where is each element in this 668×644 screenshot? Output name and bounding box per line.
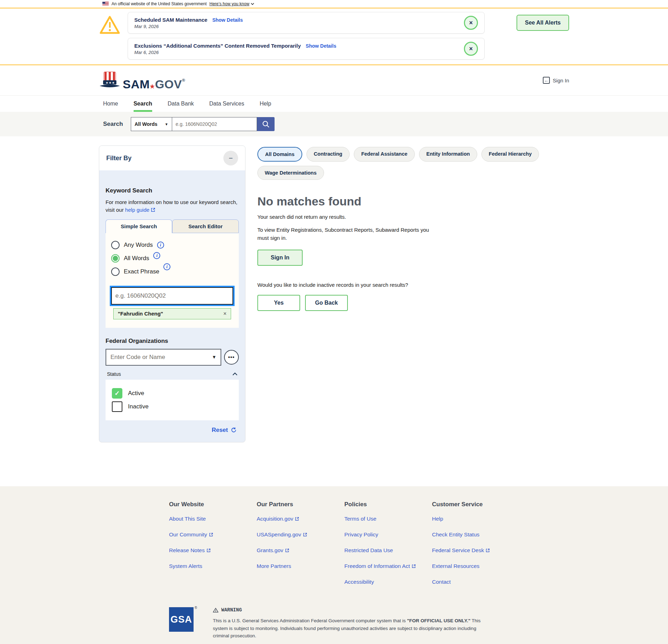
nav-item-search[interactable]: Search bbox=[134, 96, 152, 112]
keyword-chip: "Fahrudin Cheng" × bbox=[113, 308, 231, 319]
select-caret-icon: ▼ bbox=[165, 122, 168, 126]
checkbox-inactive-label: Inactive bbox=[128, 403, 149, 410]
alert-show-details-link[interactable]: Show Details bbox=[306, 43, 336, 49]
footer-link-foia[interactable]: Freedom of Information Act bbox=[344, 563, 432, 569]
more-options-button[interactable]: ••• bbox=[224, 350, 239, 365]
brand-sam: SAM bbox=[123, 77, 150, 91]
chevron-down-icon bbox=[251, 3, 254, 5]
footer-link-contact[interactable]: Contact bbox=[432, 579, 520, 585]
help-guide-link[interactable]: help guide bbox=[125, 206, 155, 214]
warning-paragraph-1: This is a U.S. General Services Administ… bbox=[213, 617, 493, 640]
reset-filters-link[interactable]: Reset bbox=[212, 427, 228, 434]
footer-link-check-entity-status[interactable]: Check Entity Status bbox=[432, 531, 520, 538]
domain-pill-contracting[interactable]: Contracting bbox=[306, 147, 350, 162]
footer-link-help[interactable]: Help bbox=[432, 516, 520, 522]
reset-refresh-icon[interactable] bbox=[231, 427, 237, 433]
filter-by-title: Filter By bbox=[106, 155, 131, 162]
svg-text:★: ★ bbox=[109, 81, 112, 84]
external-link-icon bbox=[486, 548, 490, 553]
alert-card: Scheduled SAM Maintenance Show Details M… bbox=[128, 12, 485, 34]
brand-gov: GOV bbox=[155, 77, 182, 91]
heres-how-you-know-link[interactable]: Here’s how you know bbox=[209, 1, 254, 6]
footer-link-federal-service-desk[interactable]: Federal Service Desk bbox=[432, 547, 520, 554]
gsa-logo: GSA bbox=[169, 607, 194, 632]
us-flag-icon bbox=[102, 2, 109, 6]
main-content: Filter By − Keyword Search For more info… bbox=[0, 136, 668, 486]
footer-link-accessibility[interactable]: Accessibility bbox=[344, 579, 432, 585]
yes-button[interactable]: Yes bbox=[257, 295, 300, 311]
alert-close-icon[interactable]: × bbox=[464, 42, 478, 56]
radio-exact-phrase[interactable] bbox=[111, 267, 120, 276]
alert-card: Exclusions “Additional Comments” Content… bbox=[128, 38, 485, 60]
tab-simple-search[interactable]: Simple Search bbox=[106, 219, 172, 233]
info-icon[interactable]: i bbox=[163, 263, 170, 270]
no-results-text: Your search did not return any results. bbox=[257, 214, 569, 220]
search-mode-select[interactable]: All Words ▼ bbox=[131, 117, 172, 131]
footer-link-acquisition-gov[interactable]: Acquisition.gov bbox=[257, 516, 344, 522]
radio-exact-phrase-label: Exact Phrase bbox=[124, 268, 159, 275]
radio-all-words[interactable] bbox=[111, 254, 120, 263]
checkbox-inactive[interactable] bbox=[112, 401, 122, 412]
info-icon[interactable]: i bbox=[157, 242, 164, 249]
warning-triangle-icon bbox=[99, 12, 121, 60]
alerts-region: Scheduled SAM Maintenance Show Details M… bbox=[0, 8, 668, 65]
main-nav: Home Search Data Bank Data Services Help bbox=[0, 95, 668, 112]
go-back-button[interactable]: Go Back bbox=[305, 295, 348, 311]
footer-link-usaspending-gov[interactable]: USASpending.gov bbox=[257, 531, 344, 538]
chip-remove-icon[interactable]: × bbox=[223, 311, 227, 317]
combobox-caret-icon: ▼ bbox=[212, 354, 216, 360]
keyword-search-input[interactable] bbox=[111, 287, 233, 305]
footer-heading: Our Website bbox=[169, 501, 257, 508]
footer-link-grants-gov[interactable]: Grants.gov bbox=[257, 547, 344, 554]
domain-pill-all-domains[interactable]: All Domains bbox=[257, 147, 302, 162]
radio-any-words[interactable] bbox=[111, 241, 120, 249]
sign-in-icon: ← bbox=[543, 77, 550, 84]
no-matches-title: No matches found bbox=[257, 195, 569, 208]
tab-search-editor[interactable]: Search Editor bbox=[172, 219, 239, 233]
collapse-filters-button[interactable]: − bbox=[223, 151, 238, 165]
nav-item-home[interactable]: Home bbox=[103, 96, 118, 112]
search-submit-button[interactable] bbox=[257, 117, 275, 131]
header-sign-in-link[interactable]: ← Sign In bbox=[543, 77, 569, 84]
external-link-icon bbox=[303, 533, 307, 537]
sam-gov-logo[interactable]: ★ ★ ★ SAM★GOV® bbox=[99, 70, 185, 90]
alert-close-icon[interactable]: × bbox=[464, 16, 478, 30]
results-section: All Domains Contracting Federal Assistan… bbox=[257, 145, 569, 311]
global-search-strip: Search All Words ▼ bbox=[0, 112, 668, 136]
external-link-icon bbox=[295, 517, 299, 521]
footer-link-release-notes[interactable]: Release Notes bbox=[169, 547, 257, 554]
footer-link-about-this-site[interactable]: About This Site bbox=[169, 516, 257, 522]
domain-pill-federal-hierarchy[interactable]: Federal Hierarchy bbox=[481, 147, 539, 162]
nav-item-help[interactable]: Help bbox=[259, 96, 271, 112]
footer-link-restricted-data-use[interactable]: Restricted Data Use bbox=[344, 547, 432, 554]
sign-in-button[interactable]: Sign In bbox=[257, 250, 303, 266]
see-all-alerts-button[interactable]: See All Alerts bbox=[517, 15, 569, 31]
brand-star-icon: ★ bbox=[150, 83, 155, 89]
alert-show-details-link[interactable]: Show Details bbox=[212, 17, 243, 23]
status-options-box: ✓ Active Inactive bbox=[106, 380, 239, 420]
footer-link-system-alerts[interactable]: System Alerts bbox=[169, 563, 257, 569]
info-icon[interactable]: i bbox=[153, 252, 160, 259]
nav-item-data-services[interactable]: Data Services bbox=[209, 96, 244, 112]
domain-pill-wage-determinations[interactable]: Wage Determinations bbox=[257, 166, 324, 180]
federal-organizations-heading: Federal Organizations bbox=[106, 338, 239, 345]
footer-link-privacy-policy[interactable]: Privacy Policy bbox=[344, 531, 432, 538]
system-warning-block: WARNING This is a U.S. General Services … bbox=[213, 607, 493, 644]
footer-column-our-partners: Our Partners Acquisition.gov USASpending… bbox=[257, 501, 344, 595]
checkbox-active[interactable]: ✓ bbox=[112, 388, 122, 399]
nav-item-data-bank[interactable]: Data Bank bbox=[168, 96, 194, 112]
footer-link-external-resources[interactable]: External Resources bbox=[432, 563, 520, 569]
footer-link-our-community[interactable]: Our Community bbox=[169, 531, 257, 538]
status-section-label: Status bbox=[107, 371, 121, 377]
domain-pill-federal-assistance[interactable]: Federal Assistance bbox=[354, 147, 415, 162]
footer-link-terms-of-use[interactable]: Terms of Use bbox=[344, 516, 432, 522]
chevron-up-icon[interactable] bbox=[232, 372, 237, 375]
search-strip-label: Search bbox=[103, 121, 123, 128]
footer-column-policies: Policies Terms of Use Privacy Policy Res… bbox=[344, 501, 432, 595]
alert-title: Scheduled SAM Maintenance bbox=[134, 17, 207, 23]
domain-pill-entity-information[interactable]: Entity Information bbox=[419, 147, 477, 162]
site-header: ★ ★ ★ SAM★GOV® ← Sign In bbox=[0, 65, 668, 95]
global-search-input[interactable] bbox=[172, 117, 257, 131]
federal-organizations-combobox[interactable]: Enter Code or Name ▼ bbox=[106, 349, 221, 366]
footer-link-more-partners[interactable]: More Partners bbox=[257, 563, 344, 569]
